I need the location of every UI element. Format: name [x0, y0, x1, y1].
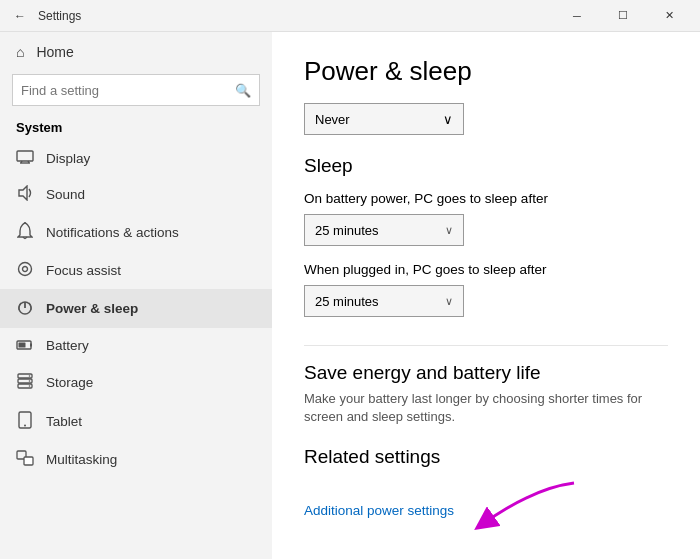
related-link-wrapper: Additional power settings [304, 478, 668, 542]
sidebar-item-power[interactable]: Power & sleep [0, 289, 272, 328]
power-icon [16, 298, 34, 319]
sleep-section-title: Sleep [304, 155, 668, 177]
sidebar-item-tablet[interactable]: Tablet [0, 402, 272, 441]
main-content: Power & sleep Never ∨ Sleep On battery p… [272, 32, 700, 559]
svg-rect-21 [24, 457, 33, 465]
sidebar-item-notifications[interactable]: Notifications & actions [0, 213, 272, 252]
svg-marker-4 [19, 186, 27, 200]
page-title: Power & sleep [304, 56, 668, 87]
sidebar-item-focus-label: Focus assist [46, 263, 121, 278]
svg-rect-11 [19, 343, 26, 348]
sidebar-item-sound[interactable]: Sound [0, 176, 272, 213]
sidebar-item-display-label: Display [46, 151, 90, 166]
pluggedin-sleep-dropdown[interactable]: 25 minutes ∨ [304, 285, 464, 317]
titlebar: ← Settings ─ ☐ ✕ [0, 0, 700, 32]
pluggedin-sleep-label: When plugged in, PC goes to sleep after [304, 262, 668, 277]
sidebar-item-home[interactable]: ⌂ Home [0, 36, 272, 68]
pluggedin-sleep-value: 25 minutes [315, 294, 379, 309]
sidebar: ⌂ Home 🔍 System Display Sound Notificati… [0, 32, 272, 559]
battery-sleep-dropdown[interactable]: 25 minutes ∨ [304, 214, 464, 246]
sidebar-item-battery-label: Battery [46, 338, 89, 353]
notifications-icon [16, 222, 34, 243]
svg-point-16 [29, 380, 31, 382]
svg-point-17 [29, 385, 31, 387]
screen-timeout-chevron: ∨ [443, 112, 453, 127]
sidebar-item-multitasking-label: Multitasking [46, 452, 117, 467]
divider-1 [304, 345, 668, 346]
multitasking-icon [16, 450, 34, 469]
minimize-button[interactable]: ─ [554, 0, 600, 32]
focus-icon [16, 261, 34, 280]
svg-rect-0 [17, 151, 33, 161]
additional-power-settings-link[interactable]: Additional power settings [304, 503, 454, 518]
tablet-icon [16, 411, 34, 432]
sidebar-item-storage-label: Storage [46, 375, 93, 390]
related-section-title: Related settings [304, 446, 668, 468]
battery-sleep-value: 25 minutes [315, 223, 379, 238]
arrow-annotation [464, 478, 584, 542]
app-title: Settings [38, 9, 554, 23]
battery-sleep-chevron: ∨ [445, 224, 453, 237]
sidebar-item-sound-label: Sound [46, 187, 85, 202]
sidebar-item-display[interactable]: Display [0, 141, 272, 176]
sidebar-item-notifications-label: Notifications & actions [46, 225, 179, 240]
window-controls: ─ ☐ ✕ [554, 0, 692, 32]
screen-timeout-value: Never [315, 112, 350, 127]
sidebar-section-system: System [0, 116, 272, 141]
search-input[interactable] [21, 83, 235, 98]
svg-point-7 [23, 267, 28, 272]
pluggedin-sleep-chevron: ∨ [445, 295, 453, 308]
battery-icon [16, 337, 34, 354]
close-button[interactable]: ✕ [646, 0, 692, 32]
energy-description: Make your battery last longer by choosin… [304, 390, 668, 426]
maximize-button[interactable]: ☐ [600, 0, 646, 32]
home-icon: ⌂ [16, 44, 24, 60]
sidebar-item-storage[interactable]: Storage [0, 363, 272, 402]
screen-timeout-dropdown[interactable]: Never ∨ [304, 103, 464, 135]
svg-point-6 [19, 263, 32, 276]
app-body: ⌂ Home 🔍 System Display Sound Notificati… [0, 32, 700, 559]
battery-sleep-label: On battery power, PC goes to sleep after [304, 191, 668, 206]
sidebar-item-multitasking[interactable]: Multitasking [0, 441, 272, 478]
search-icon: 🔍 [235, 83, 251, 98]
display-icon [16, 150, 34, 167]
sidebar-home-label: Home [36, 44, 73, 60]
sidebar-search-box[interactable]: 🔍 [12, 74, 260, 106]
energy-section-title: Save energy and battery life [304, 362, 668, 384]
sidebar-item-battery[interactable]: Battery [0, 328, 272, 363]
svg-point-19 [24, 425, 26, 427]
sidebar-item-tablet-label: Tablet [46, 414, 82, 429]
sidebar-item-focus[interactable]: Focus assist [0, 252, 272, 289]
sound-icon [16, 185, 34, 204]
sidebar-item-power-label: Power & sleep [46, 301, 138, 316]
storage-icon [16, 372, 34, 393]
back-button[interactable]: ← [8, 4, 32, 28]
svg-point-15 [29, 375, 31, 377]
